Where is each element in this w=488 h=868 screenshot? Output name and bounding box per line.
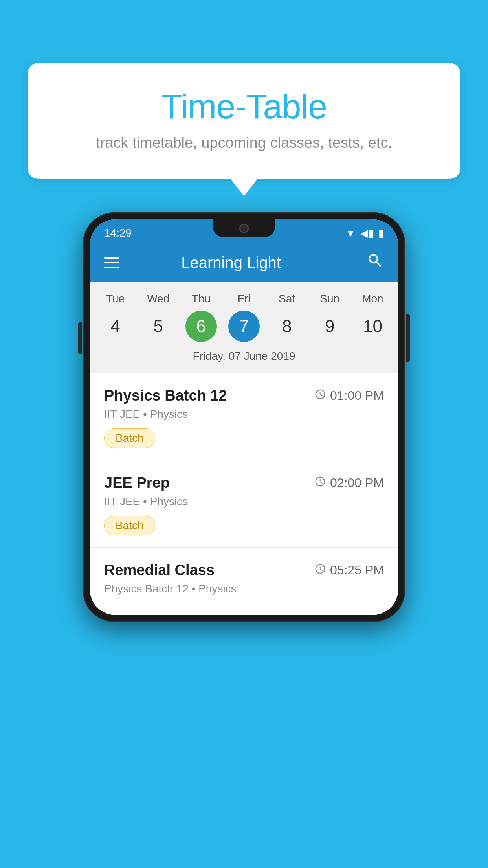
day-numbers: 4 5 6 7 8 9 10 [90,307,398,345]
day-header-tue: Tue [94,290,137,307]
signal-icon: ◀▮ [360,227,374,239]
day-5[interactable]: 5 [137,311,180,342]
phone-mockup: 14:29 ▼ ◀▮ ▮ Learning Light [83,212,405,622]
class-meta-1: IIT JEE • Physics [104,408,384,421]
class-item-remedial[interactable]: Remedial Class 05:25 PM Physics Batch 12… [90,548,398,615]
app-title: Learning Light [131,254,355,272]
clock-icon-2 [314,476,326,491]
class-time-2: 02:00 PM [314,476,384,491]
speech-bubble-section: Time-Table track timetable, upcoming cla… [28,63,460,179]
clock-icon-1 [314,388,326,403]
batch-tag-1: Batch [104,428,155,448]
class-name-2: JEE Prep [104,474,170,491]
battery-icon: ▮ [378,227,384,239]
day-10[interactable]: 10 [351,311,394,342]
speech-bubble: Time-Table track timetable, upcoming cla… [28,63,460,179]
phone-outer: 14:29 ▼ ◀▮ ▮ Learning Light [83,212,405,622]
status-time: 14:29 [104,227,132,239]
class-name-3: Remedial Class [104,562,215,579]
day-header-thu: Thu [180,290,222,307]
calendar-strip: Tue Wed Thu Fri Sat Sun Mon 4 5 6 7 8 9 … [90,282,398,373]
selected-date-label: Friday, 07 June 2019 [90,345,398,369]
class-header-2: JEE Prep 02:00 PM [104,474,384,491]
day-headers: Tue Wed Thu Fri Sat Sun Mon [90,290,398,307]
app-bar: Learning Light [90,243,398,282]
day-4[interactable]: 4 [94,311,137,342]
class-item-jee-prep[interactable]: JEE Prep 02:00 PM IIT JEE • Physics Batc… [90,460,398,548]
class-time-1: 01:00 PM [314,388,384,403]
phone-notch [213,219,275,237]
day-8[interactable]: 8 [266,311,308,342]
day-header-mon: Mon [351,290,394,307]
class-header-3: Remedial Class 05:25 PM [104,562,384,579]
bubble-title: Time-Table [59,86,429,127]
day-9[interactable]: 9 [308,311,351,342]
search-button[interactable] [367,252,384,273]
wifi-icon: ▼ [345,227,356,239]
class-meta-2: IIT JEE • Physics [104,495,384,508]
status-icons: ▼ ◀▮ ▮ [345,227,384,239]
bubble-subtitle: track timetable, upcoming classes, tests… [59,134,429,151]
day-7-selected[interactable]: 7 [228,311,260,342]
class-item-physics-batch[interactable]: Physics Batch 12 01:00 PM IIT JEE • Phys… [90,373,398,460]
phone-screen: 14:29 ▼ ◀▮ ▮ Learning Light [90,219,398,615]
day-6-today[interactable]: 6 [185,311,217,342]
class-meta-3: Physics Batch 12 • Physics [104,583,384,595]
class-header-1: Physics Batch 12 01:00 PM [104,387,384,404]
day-header-sun: Sun [308,290,351,307]
day-header-sat: Sat [266,290,308,307]
class-name-1: Physics Batch 12 [104,387,227,404]
day-header-fri: Fri [222,290,265,307]
day-header-wed: Wed [137,290,180,307]
hamburger-menu[interactable] [104,257,119,268]
class-time-3: 05:25 PM [314,563,384,578]
batch-tag-2: Batch [104,516,155,535]
camera [239,224,249,233]
class-list: Physics Batch 12 01:00 PM IIT JEE • Phys… [90,373,398,615]
clock-icon-3 [314,563,326,578]
